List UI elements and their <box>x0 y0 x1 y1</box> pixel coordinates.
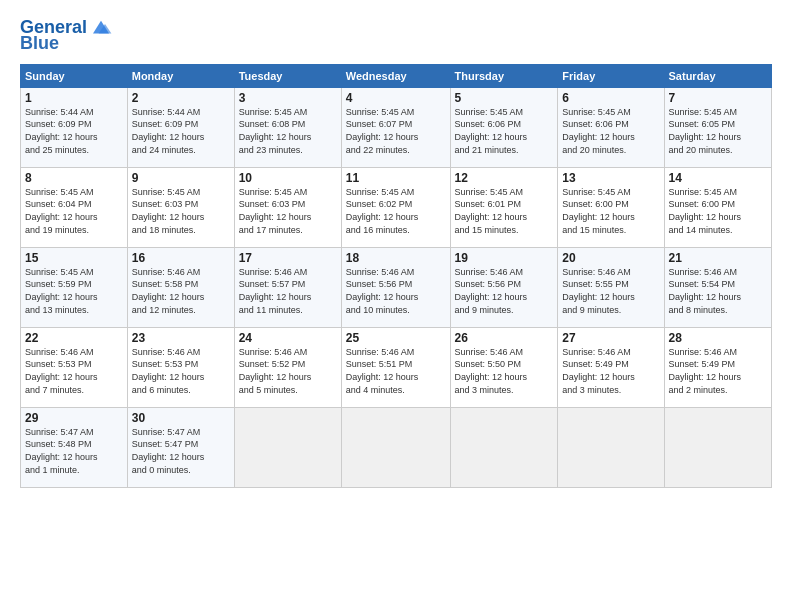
calendar-table: SundayMondayTuesdayWednesdayThursdayFrid… <box>20 64 772 488</box>
day-number: 23 <box>132 331 230 345</box>
calendar-cell: 6Sunrise: 5:45 AMSunset: 6:06 PMDaylight… <box>558 87 664 167</box>
day-number: 12 <box>455 171 554 185</box>
day-info: Sunrise: 5:45 AMSunset: 6:08 PMDaylight:… <box>239 106 337 156</box>
calendar-cell <box>664 407 771 487</box>
calendar-cell: 4Sunrise: 5:45 AMSunset: 6:07 PMDaylight… <box>341 87 450 167</box>
day-number: 10 <box>239 171 337 185</box>
calendar-week-5: 29Sunrise: 5:47 AMSunset: 5:48 PMDayligh… <box>21 407 772 487</box>
day-number: 26 <box>455 331 554 345</box>
logo-blue-text: Blue <box>20 34 59 54</box>
day-info: Sunrise: 5:46 AMSunset: 5:50 PMDaylight:… <box>455 346 554 396</box>
day-number: 3 <box>239 91 337 105</box>
day-info: Sunrise: 5:45 AMSunset: 6:06 PMDaylight:… <box>562 106 659 156</box>
calendar-cell: 10Sunrise: 5:45 AMSunset: 6:03 PMDayligh… <box>234 167 341 247</box>
calendar-cell: 27Sunrise: 5:46 AMSunset: 5:49 PMDayligh… <box>558 327 664 407</box>
day-number: 1 <box>25 91 123 105</box>
calendar-cell: 9Sunrise: 5:45 AMSunset: 6:03 PMDaylight… <box>127 167 234 247</box>
day-info: Sunrise: 5:45 AMSunset: 5:59 PMDaylight:… <box>25 266 123 316</box>
day-number: 4 <box>346 91 446 105</box>
calendar-week-4: 22Sunrise: 5:46 AMSunset: 5:53 PMDayligh… <box>21 327 772 407</box>
weekday-header-sunday: Sunday <box>21 64 128 87</box>
day-info: Sunrise: 5:45 AMSunset: 6:03 PMDaylight:… <box>132 186 230 236</box>
calendar-cell: 20Sunrise: 5:46 AMSunset: 5:55 PMDayligh… <box>558 247 664 327</box>
day-number: 15 <box>25 251 123 265</box>
day-info: Sunrise: 5:45 AMSunset: 6:00 PMDaylight:… <box>562 186 659 236</box>
weekday-header-thursday: Thursday <box>450 64 558 87</box>
day-number: 17 <box>239 251 337 265</box>
day-number: 22 <box>25 331 123 345</box>
calendar-cell <box>341 407 450 487</box>
weekday-header-wednesday: Wednesday <box>341 64 450 87</box>
day-number: 29 <box>25 411 123 425</box>
weekday-header-saturday: Saturday <box>664 64 771 87</box>
day-info: Sunrise: 5:46 AMSunset: 5:56 PMDaylight:… <box>455 266 554 316</box>
calendar-cell: 5Sunrise: 5:45 AMSunset: 6:06 PMDaylight… <box>450 87 558 167</box>
day-number: 21 <box>669 251 767 265</box>
calendar-week-3: 15Sunrise: 5:45 AMSunset: 5:59 PMDayligh… <box>21 247 772 327</box>
calendar-week-2: 8Sunrise: 5:45 AMSunset: 6:04 PMDaylight… <box>21 167 772 247</box>
calendar-cell: 21Sunrise: 5:46 AMSunset: 5:54 PMDayligh… <box>664 247 771 327</box>
day-number: 30 <box>132 411 230 425</box>
day-info: Sunrise: 5:46 AMSunset: 5:52 PMDaylight:… <box>239 346 337 396</box>
day-info: Sunrise: 5:46 AMSunset: 5:49 PMDaylight:… <box>669 346 767 396</box>
day-number: 13 <box>562 171 659 185</box>
day-info: Sunrise: 5:47 AMSunset: 5:48 PMDaylight:… <box>25 426 123 476</box>
day-info: Sunrise: 5:46 AMSunset: 5:53 PMDaylight:… <box>25 346 123 396</box>
calendar-cell: 3Sunrise: 5:45 AMSunset: 6:08 PMDaylight… <box>234 87 341 167</box>
weekday-header-friday: Friday <box>558 64 664 87</box>
calendar-cell: 11Sunrise: 5:45 AMSunset: 6:02 PMDayligh… <box>341 167 450 247</box>
day-info: Sunrise: 5:46 AMSunset: 5:58 PMDaylight:… <box>132 266 230 316</box>
day-info: Sunrise: 5:45 AMSunset: 6:06 PMDaylight:… <box>455 106 554 156</box>
calendar-cell: 17Sunrise: 5:46 AMSunset: 5:57 PMDayligh… <box>234 247 341 327</box>
calendar-week-1: 1Sunrise: 5:44 AMSunset: 6:09 PMDaylight… <box>21 87 772 167</box>
calendar-cell: 19Sunrise: 5:46 AMSunset: 5:56 PMDayligh… <box>450 247 558 327</box>
calendar-cell: 28Sunrise: 5:46 AMSunset: 5:49 PMDayligh… <box>664 327 771 407</box>
calendar-cell <box>558 407 664 487</box>
day-number: 8 <box>25 171 123 185</box>
day-number: 11 <box>346 171 446 185</box>
calendar-cell: 2Sunrise: 5:44 AMSunset: 6:09 PMDaylight… <box>127 87 234 167</box>
day-info: Sunrise: 5:45 AMSunset: 6:02 PMDaylight:… <box>346 186 446 236</box>
day-info: Sunrise: 5:46 AMSunset: 5:57 PMDaylight:… <box>239 266 337 316</box>
day-info: Sunrise: 5:46 AMSunset: 5:55 PMDaylight:… <box>562 266 659 316</box>
day-number: 14 <box>669 171 767 185</box>
day-number: 19 <box>455 251 554 265</box>
calendar-cell: 29Sunrise: 5:47 AMSunset: 5:48 PMDayligh… <box>21 407 128 487</box>
calendar-cell: 16Sunrise: 5:46 AMSunset: 5:58 PMDayligh… <box>127 247 234 327</box>
day-info: Sunrise: 5:47 AMSunset: 5:47 PMDaylight:… <box>132 426 230 476</box>
day-info: Sunrise: 5:44 AMSunset: 6:09 PMDaylight:… <box>25 106 123 156</box>
weekday-header-row: SundayMondayTuesdayWednesdayThursdayFrid… <box>21 64 772 87</box>
day-info: Sunrise: 5:46 AMSunset: 5:49 PMDaylight:… <box>562 346 659 396</box>
day-number: 7 <box>669 91 767 105</box>
day-info: Sunrise: 5:45 AMSunset: 6:00 PMDaylight:… <box>669 186 767 236</box>
logo-icon <box>89 18 113 38</box>
day-info: Sunrise: 5:46 AMSunset: 5:51 PMDaylight:… <box>346 346 446 396</box>
day-info: Sunrise: 5:45 AMSunset: 6:04 PMDaylight:… <box>25 186 123 236</box>
day-number: 24 <box>239 331 337 345</box>
calendar-cell: 18Sunrise: 5:46 AMSunset: 5:56 PMDayligh… <box>341 247 450 327</box>
day-number: 28 <box>669 331 767 345</box>
weekday-header-monday: Monday <box>127 64 234 87</box>
logo: General Blue <box>20 18 113 54</box>
day-info: Sunrise: 5:45 AMSunset: 6:07 PMDaylight:… <box>346 106 446 156</box>
calendar-cell: 1Sunrise: 5:44 AMSunset: 6:09 PMDaylight… <box>21 87 128 167</box>
calendar-cell: 23Sunrise: 5:46 AMSunset: 5:53 PMDayligh… <box>127 327 234 407</box>
calendar-cell: 26Sunrise: 5:46 AMSunset: 5:50 PMDayligh… <box>450 327 558 407</box>
calendar-cell: 30Sunrise: 5:47 AMSunset: 5:47 PMDayligh… <box>127 407 234 487</box>
calendar-cell: 13Sunrise: 5:45 AMSunset: 6:00 PMDayligh… <box>558 167 664 247</box>
calendar-cell: 22Sunrise: 5:46 AMSunset: 5:53 PMDayligh… <box>21 327 128 407</box>
calendar-cell: 12Sunrise: 5:45 AMSunset: 6:01 PMDayligh… <box>450 167 558 247</box>
day-number: 5 <box>455 91 554 105</box>
calendar-cell: 14Sunrise: 5:45 AMSunset: 6:00 PMDayligh… <box>664 167 771 247</box>
day-info: Sunrise: 5:45 AMSunset: 6:05 PMDaylight:… <box>669 106 767 156</box>
day-number: 25 <box>346 331 446 345</box>
day-number: 6 <box>562 91 659 105</box>
calendar-cell: 24Sunrise: 5:46 AMSunset: 5:52 PMDayligh… <box>234 327 341 407</box>
day-number: 9 <box>132 171 230 185</box>
weekday-header-tuesday: Tuesday <box>234 64 341 87</box>
page-container: General Blue SundayMondayTuesdayWednesda… <box>0 0 792 498</box>
calendar-cell: 15Sunrise: 5:45 AMSunset: 5:59 PMDayligh… <box>21 247 128 327</box>
day-info: Sunrise: 5:46 AMSunset: 5:54 PMDaylight:… <box>669 266 767 316</box>
day-number: 20 <box>562 251 659 265</box>
calendar-cell <box>234 407 341 487</box>
